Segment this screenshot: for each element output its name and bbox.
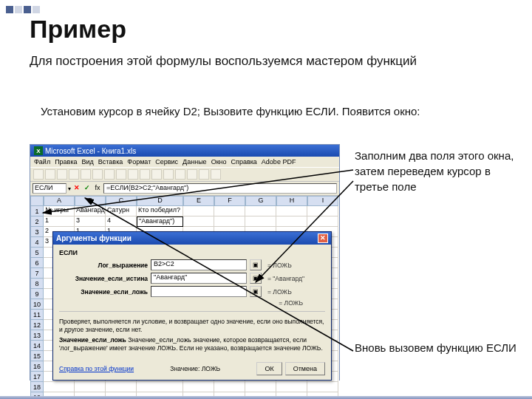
range-picker-icon[interactable]: ▣ (250, 286, 262, 297)
tb-icon[interactable] (45, 169, 55, 180)
col-D[interactable]: D (137, 197, 183, 206)
cell[interactable]: 1 (44, 216, 75, 227)
cancel-button[interactable]: Отмена (285, 362, 325, 375)
cancel-formula-icon[interactable]: ✕ (72, 184, 81, 193)
excel-title-bar: X Microsoft Excel - Книга1.xls (30, 145, 339, 157)
cell[interactable] (106, 382, 137, 392)
help-link[interactable]: Справка по этой функции (59, 365, 134, 372)
cell[interactable] (276, 382, 307, 392)
select-all-corner[interactable] (30, 197, 44, 206)
menu-insert[interactable]: Вставка (98, 158, 123, 166)
col-A[interactable]: A (44, 197, 75, 206)
cell[interactable]: № игры (44, 206, 75, 216)
cell[interactable] (183, 382, 214, 392)
formula-input[interactable]: =ЕСЛИ(B2>C2;"Авангард") (103, 183, 337, 194)
tb-icon[interactable] (57, 169, 67, 180)
dialog-title-bar[interactable]: Аргументы функции ✕ (53, 232, 331, 245)
instruction-text: Установим курсор в ячейку D2; Вызовите ф… (41, 103, 499, 119)
close-icon[interactable]: ✕ (318, 233, 328, 243)
input-if-true[interactable]: "Авангард" (151, 273, 247, 284)
cell[interactable] (214, 216, 245, 227)
col-I[interactable]: I (307, 197, 338, 206)
accept-formula-icon[interactable]: ✓ (83, 184, 92, 193)
menu-window[interactable]: Окно (211, 158, 227, 166)
tb-icon[interactable] (140, 169, 150, 180)
label-logical: Лог_выражение (59, 262, 148, 269)
cell[interactable] (245, 206, 276, 216)
cell[interactable]: 3 (75, 216, 106, 227)
tb-icon[interactable] (151, 169, 162, 180)
menu-file[interactable]: Файл (34, 158, 50, 166)
tb-icon[interactable] (92, 169, 103, 180)
menu-edit[interactable]: Правка (55, 158, 77, 166)
cell[interactable] (183, 216, 214, 227)
cell[interactable] (137, 382, 183, 392)
col-G[interactable]: G (245, 197, 276, 206)
col-B[interactable]: B (75, 197, 106, 206)
annotation-fill-fields: Заполним два поля этого окна, затем пере… (355, 148, 525, 194)
col-H[interactable]: H (276, 197, 307, 206)
eval-if-true: = "Авангард" (267, 275, 304, 282)
col-E[interactable]: E (183, 197, 214, 206)
tb-icon[interactable] (199, 169, 209, 180)
desc-main: Проверяет, выполняется ли условие, и воз… (59, 318, 325, 334)
input-logical[interactable]: B2>C2 (151, 259, 247, 270)
tb-icon[interactable] (104, 169, 115, 180)
name-box[interactable]: ЕСЛИ (33, 183, 66, 194)
tb-icon[interactable] (211, 169, 221, 180)
cell[interactable]: Сатурн (106, 206, 137, 216)
value-label: Значение: ЛОЖЬ (170, 365, 220, 372)
col-C[interactable]: C (106, 197, 137, 206)
cell[interactable] (44, 382, 75, 392)
cell-D2-active[interactable]: "Авангард") (137, 216, 183, 227)
col-F[interactable]: F (214, 197, 245, 206)
cell[interactable] (183, 206, 214, 216)
dialog-title-text: Аргументы функции (56, 234, 132, 242)
fx-icon[interactable]: fx (93, 184, 102, 193)
row-1: 1 № игры Авангард Сатурн Кто победил? (30, 206, 339, 216)
tb-icon[interactable] (187, 169, 197, 180)
ok-button[interactable]: ОК (256, 362, 282, 375)
cell[interactable] (214, 206, 245, 216)
row-2: 2 1 3 4 "Авангард") (30, 216, 339, 227)
menu-data[interactable]: Данные (183, 158, 207, 166)
tb-icon[interactable] (175, 169, 185, 180)
menu-help[interactable]: Справка (231, 158, 257, 166)
tb-icon[interactable] (163, 169, 174, 180)
label-if-true: Значение_если_истина (59, 275, 148, 282)
cell[interactable] (245, 216, 276, 227)
formula-bar: ЕСЛИ ▾ ✕ ✓ fx =ЕСЛИ(B2>C2;"Авангард") (30, 182, 339, 196)
function-arguments-dialog: Аргументы функции ✕ ЕСЛИ Лог_выражение B… (52, 231, 332, 381)
eval-logical: = ЛОЖЬ (267, 262, 292, 269)
cell[interactable]: Кто победил? (137, 206, 183, 216)
cell[interactable] (276, 206, 307, 216)
input-if-false[interactable] (151, 286, 247, 297)
menu-format[interactable]: Формат (127, 158, 151, 166)
tb-icon[interactable] (69, 169, 79, 180)
eval-if-false: = ЛОЖЬ (267, 288, 292, 296)
tb-icon[interactable] (128, 169, 138, 180)
tb-icon[interactable] (116, 169, 126, 180)
tb-icon[interactable] (33, 169, 44, 180)
range-picker-icon[interactable]: ▣ (250, 273, 262, 284)
cell[interactable]: 4 (106, 216, 137, 227)
menu-bar[interactable]: Файл Правка Вид Вставка Формат Сервис Да… (30, 157, 339, 167)
cell[interactable] (245, 382, 276, 392)
cell[interactable] (307, 382, 338, 392)
cell[interactable] (276, 216, 307, 227)
tb-icon[interactable] (81, 169, 91, 180)
toolbar-standard[interactable] (30, 167, 339, 182)
menu-tools[interactable]: Сервис (155, 158, 178, 166)
range-picker-icon[interactable]: ▣ (250, 259, 262, 270)
cell[interactable] (307, 206, 338, 216)
cell[interactable] (75, 382, 106, 392)
menu-view[interactable]: Вид (82, 158, 94, 166)
cell[interactable] (307, 216, 338, 227)
result-eval: = ЛОЖЬ (62, 299, 325, 307)
menu-adobe[interactable]: Adobe PDF (262, 158, 296, 166)
namebox-dropdown-icon[interactable]: ▾ (68, 185, 71, 192)
cell[interactable]: Авангард (75, 206, 106, 216)
cell[interactable] (214, 382, 245, 392)
slide-subtitle: Для построения этой формулы воспользуемс… (30, 53, 502, 69)
row-18: 18 (30, 382, 339, 392)
